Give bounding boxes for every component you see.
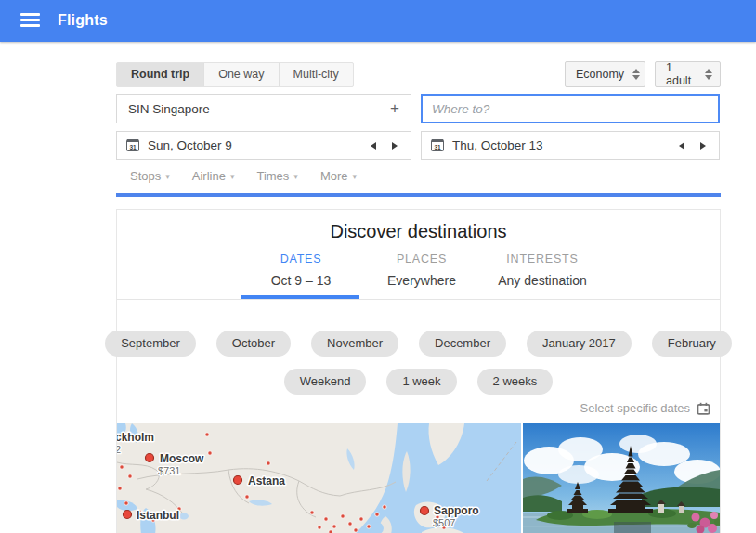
trip-type-tabs: Round trip One way Multi-city: [116, 62, 354, 87]
passenger-selector[interactable]: 1 adult: [655, 61, 721, 87]
filter-airline[interactable]: Airline: [192, 169, 235, 183]
cabin-class-selector[interactable]: Economy: [565, 61, 645, 87]
stepper-icon: [632, 69, 640, 81]
depart-date-value: Sun, October 9: [148, 138, 371, 152]
svg-text:Astana: Astana: [248, 474, 285, 488]
chip-january-2017[interactable]: January 2017: [527, 331, 632, 357]
chip-february[interactable]: February: [652, 331, 732, 357]
passenger-value: 1 adult: [666, 61, 697, 87]
calendar-icon: 31: [431, 139, 444, 151]
chip-december[interactable]: December: [419, 331, 506, 357]
add-origin-icon[interactable]: +: [390, 99, 399, 118]
discover-destinations-card: Discover destinations DATES Oct 9 – 13 P…: [116, 209, 721, 533]
destination-input[interactable]: [423, 102, 718, 116]
svg-text:2: 2: [117, 444, 121, 455]
prev-date-button[interactable]: [371, 142, 376, 150]
filter-times[interactable]: Times: [256, 169, 297, 183]
tab-places[interactable]: PLACES Everywhere: [361, 253, 482, 288]
svg-text:$507: $507: [433, 517, 455, 528]
return-date-value: Thu, October 13: [452, 138, 679, 152]
prev-date-button[interactable]: [679, 142, 684, 150]
depart-date-field[interactable]: 31 Sun, October 9: [116, 131, 411, 160]
tab-multi-city[interactable]: Multi-city: [279, 63, 353, 86]
destination-media-row: ckholm 2 Moscow $731 Astana Istanbu: [117, 423, 720, 533]
svg-text:Sapporo: Sapporo: [434, 504, 479, 517]
origin-value: SIN Singapore: [128, 102, 390, 116]
next-date-button[interactable]: [700, 142, 706, 150]
svg-text:ckholm: ckholm: [117, 431, 154, 444]
month-chips: September October November December Janu…: [117, 331, 720, 357]
filter-stops[interactable]: Stops: [130, 169, 170, 183]
chip-november[interactable]: November: [311, 331, 398, 357]
next-date-button[interactable]: [392, 142, 398, 150]
tab-interests[interactable]: INTERESTS Any destination: [482, 253, 603, 288]
cabin-class-value: Economy: [576, 68, 624, 81]
filter-more[interactable]: More: [320, 169, 357, 183]
chip-september[interactable]: September: [105, 331, 196, 357]
svg-text:Moscow: Moscow: [160, 452, 204, 465]
menu-icon[interactable]: [20, 13, 40, 28]
tab-round-trip[interactable]: Round trip: [117, 63, 203, 86]
calendar-icon: 31: [126, 139, 139, 151]
google-flights-app: Flights Round trip One way Multi-city Ec…: [0, 0, 756, 533]
chip-1-week[interactable]: 1 week: [386, 369, 456, 395]
svg-text:$731: $731: [158, 465, 180, 476]
chip-october[interactable]: October: [216, 331, 291, 357]
destinations-map[interactable]: ckholm 2 Moscow $731 Astana Istanbu: [117, 423, 521, 533]
card-title: Discover destinations: [117, 221, 720, 242]
tab-dates[interactable]: DATES Oct 9 – 13: [241, 253, 361, 288]
depart-date-nav: [371, 142, 401, 150]
calendar-icon: [697, 402, 710, 415]
return-date-field[interactable]: 31 Thu, October 13: [421, 131, 720, 160]
app-header: Flights: [0, 0, 756, 42]
discover-tabs: DATES Oct 9 – 13 PLACES Everywhere INTER…: [241, 253, 603, 288]
destination-photo-bali-temple[interactable]: [523, 423, 720, 533]
svg-text:Istanbul: Istanbul: [137, 509, 179, 522]
chip-2-weeks[interactable]: 2 weeks: [477, 369, 554, 395]
tab-one-way[interactable]: One way: [203, 63, 278, 86]
duration-chips: Weekend 1 week 2 weeks: [117, 369, 720, 395]
return-date-nav: [679, 142, 710, 150]
results-divider: [116, 193, 721, 197]
stepper-icon: [705, 69, 712, 81]
filter-bar: Stops Airline Times More: [130, 169, 357, 183]
app-title: Flights: [58, 0, 108, 41]
select-specific-dates-link[interactable]: Select specific dates: [580, 401, 710, 415]
destination-field: [421, 94, 720, 124]
origin-field[interactable]: SIN Singapore +: [116, 94, 411, 124]
card-divider: [117, 299, 720, 300]
chip-weekend[interactable]: Weekend: [284, 369, 367, 395]
